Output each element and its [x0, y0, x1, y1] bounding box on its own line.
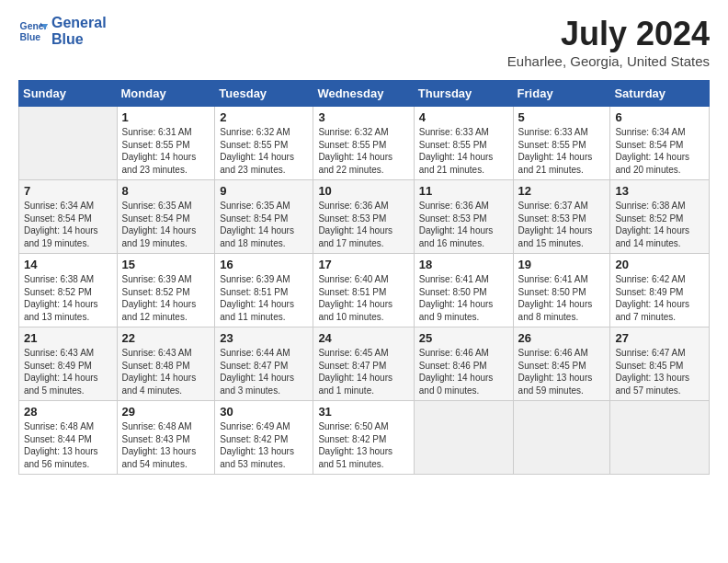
cell-content: Sunrise: 6:48 AM Sunset: 8:43 PM Dayligh…	[122, 420, 210, 470]
logo-icon: General Blue	[18, 17, 48, 46]
svg-text:Blue: Blue	[20, 31, 41, 41]
calendar-cell: 26Sunrise: 6:46 AM Sunset: 8:45 PM Dayli…	[513, 327, 610, 401]
day-number: 16	[220, 258, 308, 271]
page-container: General Blue General Blue July 2024 Euha…	[0, 0, 728, 484]
calendar-cell: 1Sunrise: 6:31 AM Sunset: 8:55 PM Daylig…	[117, 107, 215, 180]
cell-content: Sunrise: 6:47 AM Sunset: 8:45 PM Dayligh…	[615, 347, 704, 396]
calendar-cell: 24Sunrise: 6:45 AM Sunset: 8:47 PM Dayli…	[313, 327, 414, 401]
day-number: 12	[518, 184, 606, 198]
cell-content: Sunrise: 6:31 AM Sunset: 8:55 PM Dayligh…	[122, 126, 210, 176]
cell-content: Sunrise: 6:33 AM Sunset: 8:55 PM Dayligh…	[518, 126, 606, 176]
calendar-cell: 25Sunrise: 6:46 AM Sunset: 8:46 PM Dayli…	[414, 327, 513, 401]
cell-content: Sunrise: 6:38 AM Sunset: 8:52 PM Dayligh…	[24, 273, 112, 323]
day-number: 13	[615, 184, 704, 198]
cell-content: Sunrise: 6:49 AM Sunset: 8:42 PM Dayligh…	[220, 420, 308, 470]
day-number: 28	[24, 405, 112, 419]
calendar-cell: 10Sunrise: 6:36 AM Sunset: 8:53 PM Dayli…	[313, 180, 414, 254]
calendar-cell: 22Sunrise: 6:43 AM Sunset: 8:48 PM Dayli…	[117, 327, 215, 401]
col-saturday: Saturday	[610, 81, 710, 107]
cell-content: Sunrise: 6:39 AM Sunset: 8:52 PM Dayligh…	[122, 273, 210, 323]
title-area: July 2024 Euharlee, Georgia, United Stat…	[507, 15, 710, 69]
calendar-cell: 9Sunrise: 6:35 AM Sunset: 8:54 PM Daylig…	[215, 180, 313, 254]
cell-content: Sunrise: 6:41 AM Sunset: 8:50 PM Dayligh…	[419, 273, 508, 323]
cell-content: Sunrise: 6:41 AM Sunset: 8:50 PM Dayligh…	[518, 273, 606, 323]
col-friday: Friday	[513, 81, 610, 107]
cell-content: Sunrise: 6:32 AM Sunset: 8:55 PM Dayligh…	[220, 126, 308, 176]
cell-content: Sunrise: 6:39 AM Sunset: 8:51 PM Dayligh…	[220, 273, 308, 323]
cell-content: Sunrise: 6:43 AM Sunset: 8:49 PM Dayligh…	[24, 347, 112, 396]
cell-content: Sunrise: 6:42 AM Sunset: 8:49 PM Dayligh…	[615, 273, 704, 323]
month-year-title: July 2024	[507, 15, 710, 53]
calendar-cell	[19, 107, 118, 180]
day-number: 31	[318, 405, 408, 419]
calendar-cell: 28Sunrise: 6:48 AM Sunset: 8:44 PM Dayli…	[19, 401, 118, 475]
day-number: 20	[615, 258, 704, 271]
day-number: 3	[318, 110, 408, 124]
calendar-cell: 21Sunrise: 6:43 AM Sunset: 8:49 PM Dayli…	[19, 327, 118, 401]
calendar-table: Sunday Monday Tuesday Wednesday Thursday…	[18, 80, 710, 475]
col-tuesday: Tuesday	[215, 81, 313, 107]
cell-content: Sunrise: 6:45 AM Sunset: 8:47 PM Dayligh…	[318, 347, 408, 396]
cell-content: Sunrise: 6:36 AM Sunset: 8:53 PM Dayligh…	[419, 200, 508, 249]
day-number: 25	[419, 331, 508, 345]
calendar-cell: 27Sunrise: 6:47 AM Sunset: 8:45 PM Dayli…	[610, 327, 710, 401]
calendar-cell: 12Sunrise: 6:37 AM Sunset: 8:53 PM Dayli…	[513, 180, 610, 254]
cell-content: Sunrise: 6:38 AM Sunset: 8:52 PM Dayligh…	[615, 200, 704, 249]
day-number: 18	[419, 258, 508, 271]
cell-content: Sunrise: 6:43 AM Sunset: 8:48 PM Dayligh…	[122, 347, 210, 396]
cell-content: Sunrise: 6:50 AM Sunset: 8:42 PM Dayligh…	[318, 420, 408, 470]
col-thursday: Thursday	[414, 81, 513, 107]
logo-general: General	[51, 15, 107, 31]
calendar-cell: 17Sunrise: 6:40 AM Sunset: 8:51 PM Dayli…	[313, 254, 414, 327]
calendar-cell	[610, 401, 710, 475]
location-subtitle: Euharlee, Georgia, United States	[507, 53, 710, 69]
col-sunday: Sunday	[19, 81, 118, 107]
day-number: 6	[615, 110, 704, 124]
calendar-cell	[513, 401, 610, 475]
calendar-header-row: Sunday Monday Tuesday Wednesday Thursday…	[19, 81, 710, 107]
calendar-cell: 6Sunrise: 6:34 AM Sunset: 8:54 PM Daylig…	[610, 107, 710, 180]
cell-content: Sunrise: 6:33 AM Sunset: 8:55 PM Dayligh…	[419, 126, 508, 176]
calendar-week-row: 1Sunrise: 6:31 AM Sunset: 8:55 PM Daylig…	[19, 107, 710, 180]
day-number: 4	[419, 110, 508, 124]
calendar-cell: 5Sunrise: 6:33 AM Sunset: 8:55 PM Daylig…	[513, 107, 610, 180]
cell-content: Sunrise: 6:46 AM Sunset: 8:45 PM Dayligh…	[518, 347, 606, 396]
day-number: 22	[122, 331, 210, 345]
day-number: 8	[122, 184, 210, 198]
cell-content: Sunrise: 6:34 AM Sunset: 8:54 PM Dayligh…	[24, 200, 112, 249]
calendar-cell: 15Sunrise: 6:39 AM Sunset: 8:52 PM Dayli…	[117, 254, 215, 327]
day-number: 26	[518, 331, 606, 345]
day-number: 27	[615, 331, 704, 345]
day-number: 1	[122, 110, 210, 124]
calendar-cell: 30Sunrise: 6:49 AM Sunset: 8:42 PM Dayli…	[215, 401, 313, 475]
cell-content: Sunrise: 6:36 AM Sunset: 8:53 PM Dayligh…	[318, 200, 408, 249]
calendar-cell: 4Sunrise: 6:33 AM Sunset: 8:55 PM Daylig…	[414, 107, 513, 180]
calendar-week-row: 28Sunrise: 6:48 AM Sunset: 8:44 PM Dayli…	[19, 401, 710, 475]
calendar-cell: 14Sunrise: 6:38 AM Sunset: 8:52 PM Dayli…	[19, 254, 118, 327]
cell-content: Sunrise: 6:35 AM Sunset: 8:54 PM Dayligh…	[122, 200, 210, 249]
calendar-week-row: 14Sunrise: 6:38 AM Sunset: 8:52 PM Dayli…	[19, 254, 710, 327]
cell-content: Sunrise: 6:46 AM Sunset: 8:46 PM Dayligh…	[419, 347, 508, 396]
calendar-cell	[414, 401, 513, 475]
day-number: 2	[220, 110, 308, 124]
cell-content: Sunrise: 6:35 AM Sunset: 8:54 PM Dayligh…	[220, 200, 308, 249]
header: General Blue General Blue July 2024 Euha…	[18, 15, 710, 69]
logo: General Blue General Blue	[18, 15, 107, 47]
col-monday: Monday	[117, 81, 215, 107]
day-number: 29	[122, 405, 210, 419]
day-number: 30	[220, 405, 308, 419]
cell-content: Sunrise: 6:44 AM Sunset: 8:47 PM Dayligh…	[220, 347, 308, 396]
calendar-cell: 2Sunrise: 6:32 AM Sunset: 8:55 PM Daylig…	[215, 107, 313, 180]
cell-content: Sunrise: 6:40 AM Sunset: 8:51 PM Dayligh…	[318, 273, 408, 323]
calendar-cell: 20Sunrise: 6:42 AM Sunset: 8:49 PM Dayli…	[610, 254, 710, 327]
calendar-cell: 23Sunrise: 6:44 AM Sunset: 8:47 PM Dayli…	[215, 327, 313, 401]
cell-content: Sunrise: 6:34 AM Sunset: 8:54 PM Dayligh…	[615, 126, 704, 176]
cell-content: Sunrise: 6:48 AM Sunset: 8:44 PM Dayligh…	[24, 420, 112, 470]
calendar-week-row: 21Sunrise: 6:43 AM Sunset: 8:49 PM Dayli…	[19, 327, 710, 401]
day-number: 10	[318, 184, 408, 198]
day-number: 11	[419, 184, 508, 198]
calendar-cell: 11Sunrise: 6:36 AM Sunset: 8:53 PM Dayli…	[414, 180, 513, 254]
calendar-cell: 18Sunrise: 6:41 AM Sunset: 8:50 PM Dayli…	[414, 254, 513, 327]
day-number: 15	[122, 258, 210, 271]
calendar-cell: 16Sunrise: 6:39 AM Sunset: 8:51 PM Dayli…	[215, 254, 313, 327]
